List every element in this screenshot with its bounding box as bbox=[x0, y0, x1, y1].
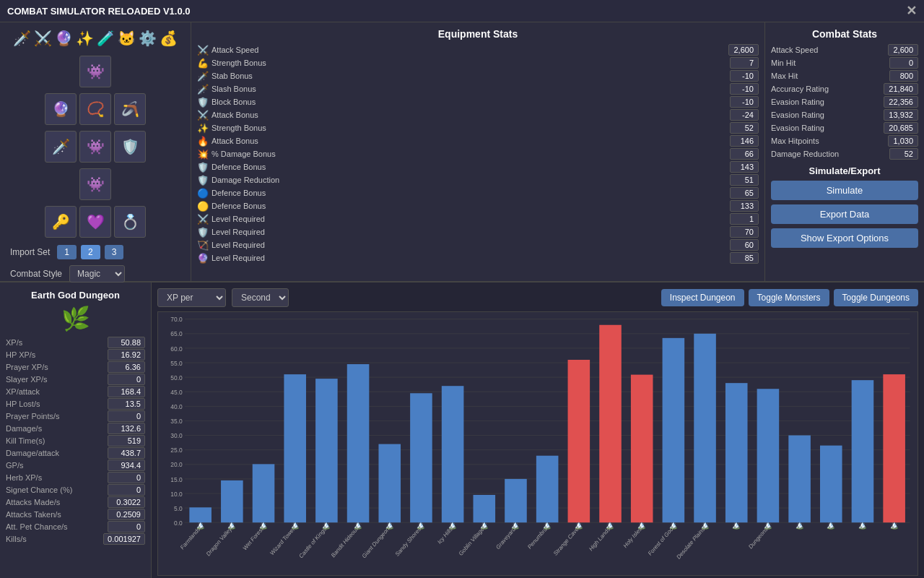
dungeon-stat-label: Attacks Taken/s bbox=[6, 510, 61, 519]
eq-stat-icon: 🔮 bbox=[197, 253, 209, 264]
svg-text:🏔️: 🏔️ bbox=[259, 520, 268, 530]
dungeon-stat-value: 0.3022 bbox=[108, 496, 145, 508]
eq-stat-label: 🔥 Attack Bonus bbox=[197, 136, 258, 147]
eq-slot-cape[interactable]: 🔮 bbox=[45, 93, 77, 125]
eq-stat-row: ⚔️ Attack Bonus -24 bbox=[197, 109, 759, 121]
dungeon-stat-label: HP XP/s bbox=[6, 350, 35, 359]
svg-text:Giant Dungeon: Giant Dungeon bbox=[361, 526, 391, 560]
eq-stat-row: 🗡️ Slash Bonus -10 bbox=[197, 83, 759, 95]
toggle-monsters-button[interactable]: Toggle Monsters bbox=[749, 289, 829, 306]
eq-stat-icon: 🗡️ bbox=[197, 71, 209, 82]
eq-slot-ring[interactable]: 🔑 bbox=[45, 206, 77, 238]
special-icon[interactable]: ✨ bbox=[76, 30, 94, 47]
import-btn-1[interactable]: 1 bbox=[57, 245, 77, 259]
eq-stat-label: ✨ Strength Bonus bbox=[197, 123, 266, 134]
magic-icon[interactable]: 🔮 bbox=[55, 30, 73, 47]
dungeon-stat-value: 519 bbox=[108, 435, 145, 447]
eq-slot-boots[interactable]: 💍 bbox=[114, 206, 146, 238]
eq-slot-weapon[interactable]: 🗡️ bbox=[45, 131, 77, 163]
equipment-panel: 🗡️ ⚔️ 🔮 ✨ 🧪 🐱 ⚙️ 💰 👾 🔮 📿 🪃 🗡️ bbox=[0, 22, 191, 281]
eq-row-4: 👾 bbox=[7, 167, 183, 202]
dungeon-stat-row: XP/s 50.88 bbox=[6, 337, 145, 348]
combat-stat-label: Evasion Rating bbox=[771, 98, 824, 106]
eq-stat-value: 143 bbox=[730, 161, 759, 173]
dungeon-stat-row: HP XP/s 16.92 bbox=[6, 349, 145, 361]
svg-rect-45 bbox=[347, 364, 370, 522]
settings-icon[interactable]: ⚙️ bbox=[139, 30, 157, 47]
eq-slot-offhand[interactable]: 🛡️ bbox=[114, 131, 146, 163]
main-content: 🗡️ ⚔️ 🔮 ✨ 🧪 🐱 ⚙️ 💰 👾 🔮 📿 🪃 🗡️ bbox=[0, 22, 924, 578]
sword-icon[interactable]: ⚔️ bbox=[34, 30, 52, 47]
close-icon[interactable]: ✕ bbox=[906, 3, 917, 19]
svg-rect-66 bbox=[568, 360, 590, 522]
combat-stats-panel: Combat Stats Attack Speed 2,600 Min Hit … bbox=[765, 22, 924, 281]
import-btn-3[interactable]: 3 bbox=[105, 245, 124, 259]
dungeon-stat-value: 438.7 bbox=[108, 447, 145, 459]
svg-rect-72 bbox=[631, 375, 653, 523]
eq-stat-value: 65 bbox=[730, 187, 759, 199]
xp-per-select[interactable]: XP per GP per HP XP per bbox=[157, 288, 226, 307]
helmet-icon[interactable]: 🗡️ bbox=[13, 30, 31, 47]
dungeon-stat-value: 13.5 bbox=[108, 398, 145, 410]
svg-text:🏔️: 🏔️ bbox=[575, 520, 583, 530]
eq-slot-ammo[interactable]: 🪃 bbox=[114, 93, 146, 125]
eq-stat-row: ⚔️ Attack Speed 2,600 bbox=[197, 44, 759, 56]
svg-text:🏔️: 🏔️ bbox=[354, 520, 362, 530]
svg-rect-42 bbox=[315, 379, 338, 522]
toggle-dungeons-button[interactable]: Toggle Dungeons bbox=[834, 289, 918, 306]
inspect-dungeon-button[interactable]: Inspect Dungeon bbox=[661, 289, 744, 306]
dungeon-stat-label: Slayer XP/s bbox=[6, 375, 47, 384]
combat-stat-value: 20,685 bbox=[884, 122, 918, 134]
export-button[interactable]: Export Data bbox=[771, 204, 918, 224]
eq-stat-label: 🟡 Defence Bonus bbox=[197, 201, 266, 212]
eq-stat-row: ⚔️ Level Required 1 bbox=[197, 213, 759, 225]
svg-text:🏔️: 🏔️ bbox=[196, 520, 205, 530]
eq-stat-icon: 🛡️ bbox=[197, 97, 209, 108]
dungeon-stat-row: Prayer XP/s 6.36 bbox=[6, 361, 145, 373]
gold-icon[interactable]: 💰 bbox=[160, 30, 178, 47]
eq-slot-body[interactable]: 👾 bbox=[79, 131, 111, 163]
combat-stat-label: Max Hitpoints bbox=[771, 137, 819, 145]
svg-text:25.0: 25.0 bbox=[170, 447, 182, 454]
combat-stat-row: Accuracy Rating 21,840 bbox=[771, 83, 918, 95]
dungeon-stat-label: HP Lost/s bbox=[6, 400, 40, 408]
eq-slot-legs[interactable]: 👾 bbox=[79, 168, 111, 200]
eq-stat-value: -10 bbox=[730, 96, 759, 108]
pet-icon[interactable]: 🐱 bbox=[118, 30, 136, 47]
svg-rect-57 bbox=[474, 495, 496, 522]
dungeon-stat-label: Att. Pet Chance/s bbox=[6, 522, 68, 531]
svg-text:65.0: 65.0 bbox=[170, 330, 182, 338]
svg-text:35.0: 35.0 bbox=[170, 418, 182, 426]
eq-stat-value: -10 bbox=[730, 70, 759, 82]
import-label: Import Set bbox=[10, 247, 50, 257]
show-export-button[interactable]: Show Export Options bbox=[771, 228, 918, 248]
dungeon-stats-list: XP/s 50.88 HP XP/s 16.92 Prayer XP/s 6.3… bbox=[6, 337, 145, 545]
combat-stat-value: 52 bbox=[889, 148, 918, 160]
eq-stat-value: 52 bbox=[730, 122, 759, 134]
import-btn-2[interactable]: 2 bbox=[81, 245, 100, 259]
dungeon-stat-label: Prayer Points/s bbox=[6, 412, 60, 420]
combat-style-select[interactable]: Magic Melee Ranged bbox=[69, 265, 125, 282]
titlebar: COMBAT SIMULATOR RELOADED V1.0.0 ✕ bbox=[0, 0, 924, 22]
dungeon-stat-label: Kill Time(s) bbox=[6, 436, 45, 445]
eq-slot-head[interactable]: 👾 bbox=[79, 56, 111, 87]
svg-text:High Lands: High Lands bbox=[588, 526, 611, 553]
potion-icon[interactable]: 🧪 bbox=[97, 30, 115, 47]
svg-text:🏔️: 🏔️ bbox=[511, 520, 520, 530]
svg-rect-92 bbox=[883, 374, 905, 522]
eq-stat-icon: 🛡️ bbox=[197, 175, 209, 186]
dungeon-stat-value: 0 bbox=[108, 484, 145, 496]
eq-stat-label: ⚔️ Attack Bonus bbox=[197, 110, 258, 121]
simulate-title: Simulate/Export bbox=[771, 165, 918, 176]
app-title: COMBAT SIMULATOR RELOADED V1.0.0 bbox=[7, 6, 191, 17]
simulate-button[interactable]: Simulate bbox=[771, 181, 918, 200]
eq-stat-icon: 🔵 bbox=[197, 188, 209, 199]
time-select[interactable]: Second Hour bbox=[232, 288, 289, 307]
eq-slot-neck[interactable]: 📿 bbox=[79, 93, 111, 125]
eq-slot-gloves[interactable]: 💜 bbox=[79, 206, 111, 238]
dungeon-stat-row: HP Lost/s 13.5 bbox=[6, 398, 145, 410]
combat-stat-value: 22,356 bbox=[884, 96, 918, 108]
dungeon-stat-label: Herb XP/s bbox=[6, 473, 42, 482]
combat-stat-row: Min Hit 0 bbox=[771, 57, 918, 69]
equipment-stats-panel: Equipment Stats ⚔️ Attack Speed 2,600 💪 … bbox=[191, 22, 765, 281]
